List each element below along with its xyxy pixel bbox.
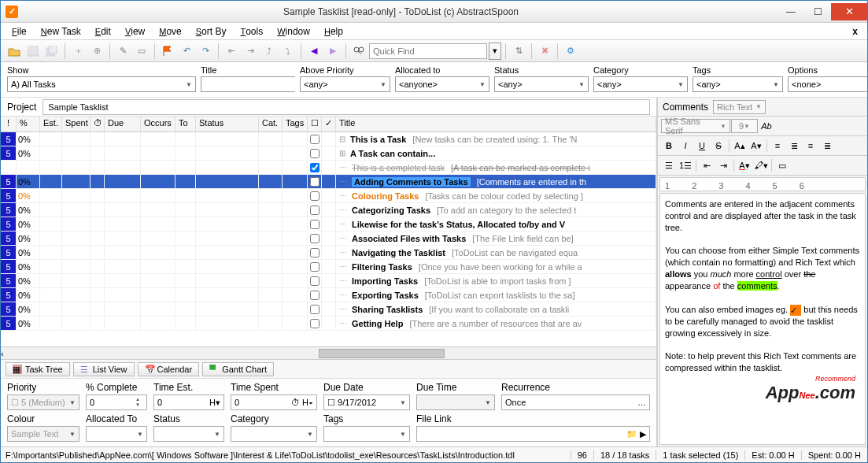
comments-format-select[interactable]: Rich Text▼ — [713, 100, 766, 114]
col-cat[interactable]: Cat. — [259, 117, 283, 131]
tab-tasktree[interactable]: ▦Task Tree — [6, 362, 70, 376]
menu-file[interactable]: File — [6, 24, 33, 39]
find-icon[interactable] — [350, 43, 368, 60]
table-row[interactable]: 5 0% ⋯Colouring Tasks[Tasks can be colou… — [1, 189, 656, 203]
outdent-icon[interactable]: ⇤ — [699, 157, 715, 173]
table-row[interactable]: 5 0% ⋯Importing Tasks[ToDoList is able t… — [1, 274, 656, 288]
col-spent[interactable]: Spent — [62, 117, 90, 131]
bold-icon[interactable]: B — [661, 138, 677, 154]
col-clock[interactable]: ⏱ — [90, 117, 105, 131]
strike-icon[interactable]: S — [711, 138, 726, 154]
indent-icon[interactable]: ⇥ — [715, 157, 731, 173]
timespent-input[interactable]: 0⏱ H▾ — [231, 394, 317, 410]
settings-icon[interactable]: ⚙ — [562, 43, 579, 60]
numbers-icon[interactable]: 1☰ — [678, 157, 693, 173]
colour-input[interactable]: Sample Text▼ — [7, 426, 79, 442]
col-status[interactable]: Status — [196, 117, 259, 131]
table-row[interactable]: 5 0% ⋯Likewise for the task's Status, Al… — [1, 217, 656, 232]
undo-icon[interactable]: ↶ — [178, 43, 195, 60]
fontcolor-icon[interactable]: A▾ — [737, 157, 752, 173]
close-tab-button[interactable]: x — [848, 24, 862, 39]
menu-view[interactable]: View — [119, 24, 151, 39]
col-check[interactable]: ☐ — [308, 117, 322, 131]
comment-body[interactable]: Comments are entered in the adjacent com… — [659, 193, 866, 445]
col-occurs[interactable]: Occurs — [141, 117, 175, 131]
edit-icon[interactable]: ✎ — [114, 43, 131, 60]
close-button[interactable]: ✕ — [831, 3, 867, 20]
menu-move[interactable]: Move — [153, 24, 188, 39]
grid-body[interactable]: 5 0% ⊟This is a Task[New tasks can be cr… — [1, 132, 656, 346]
h-scrollbar[interactable]: ‹ — [1, 346, 656, 359]
priority-filter-select[interactable]: <any>▼ — [300, 76, 390, 92]
col-priority[interactable]: ! — [1, 117, 17, 131]
menu-help[interactable]: Help — [318, 24, 349, 39]
table-row[interactable]: 5 0% ⋯Filtering Tasks[Once you have been… — [1, 260, 656, 274]
duedate-input[interactable]: ☐ 9/17/2012▼ — [323, 394, 410, 410]
tab-calendar[interactable]: 📅Calendar — [138, 362, 200, 376]
title-filter-input[interactable]: 🔖 — [201, 76, 295, 92]
col-due[interactable]: Due — [105, 117, 141, 131]
save-icon[interactable] — [24, 43, 42, 60]
indent-right-icon[interactable]: ⇥ — [242, 43, 259, 60]
case-icon[interactable]: Ab — [759, 118, 774, 134]
quickfind-input[interactable] — [369, 43, 487, 59]
prev-icon[interactable]: ◀ — [305, 43, 323, 60]
insert-icon[interactable]: ▭ — [774, 157, 790, 173]
table-row[interactable]: 5 0% ⋯Sharing Tasklists[If you want to c… — [1, 302, 656, 317]
align-left-icon[interactable]: ≡ — [770, 138, 785, 154]
quickfind-dropdown[interactable]: ▾ — [489, 43, 501, 60]
table-row[interactable]: 5 0% ⋯Getting Help[There are a number of… — [1, 317, 656, 331]
grow-icon[interactable]: A▴ — [732, 138, 748, 154]
open-icon[interactable] — [6, 43, 23, 60]
tags-filter-select[interactable]: <any>▼ — [693, 76, 783, 92]
col-tags[interactable]: Tags — [283, 117, 308, 131]
newsubtask-icon[interactable]: ⊕ — [88, 43, 105, 60]
maximize-button[interactable]: ☐ — [804, 3, 831, 20]
align-center-icon[interactable]: ≣ — [786, 138, 802, 154]
move-down-icon[interactable]: ⤵ — [279, 43, 297, 60]
recurrence-input[interactable]: Once… — [501, 394, 650, 410]
justify-icon[interactable]: ≣ — [819, 138, 835, 154]
menu-edit[interactable]: Edit — [89, 24, 117, 39]
table-row[interactable]: 5 0% ⋯Adding Comments to Tasks[Comments … — [1, 175, 656, 189]
align-right-icon[interactable]: ≡ — [803, 138, 818, 154]
shrink-icon[interactable]: A▾ — [748, 138, 764, 154]
delete-icon[interactable]: ✖ — [536, 43, 553, 60]
category-filter-select[interactable]: <any>▼ — [593, 76, 688, 92]
category-input[interactable]: ▼ — [231, 426, 317, 442]
newtask-icon[interactable]: ＋ — [69, 43, 87, 60]
show-select[interactable]: A) All Tasks▼ — [7, 76, 196, 92]
status-filter-select[interactable]: <any>▼ — [494, 76, 589, 92]
bullets-icon[interactable]: ☰ — [661, 157, 677, 173]
priority-input[interactable]: ☐ 5 (Medium)▼ — [7, 394, 79, 410]
fontsize-select[interactable]: 9 ▼ — [731, 119, 758, 133]
col-to[interactable]: To — [175, 117, 196, 131]
status-input[interactable]: ▼ — [153, 426, 224, 442]
table-row[interactable]: 5 0% ⋯Navigating the Tasklist[ToDoList c… — [1, 246, 656, 260]
complete-input[interactable]: 0▲▼ — [86, 394, 147, 410]
italic-icon[interactable]: I — [678, 138, 693, 154]
col-title[interactable]: Title — [336, 117, 656, 131]
menu-window[interactable]: Window — [271, 24, 316, 39]
table-row[interactable]: 5 0% ⋯Associated Files with Tasks[The Fi… — [1, 232, 656, 246]
table-row[interactable]: 5 0% ⋯Categorizing Tasks[To add an categ… — [1, 203, 656, 217]
saveall-icon[interactable] — [43, 43, 61, 60]
col-tick[interactable]: ✓ — [322, 117, 336, 131]
table-row[interactable]: 5 0% ⊞A Task can contain... — [1, 146, 656, 161]
col-est[interactable]: Est. — [40, 117, 62, 131]
tab-listview[interactable]: ☰List View — [73, 362, 135, 376]
redo-icon[interactable]: ↷ — [197, 43, 214, 60]
filelink-input[interactable]: 📁 ▶ — [416, 426, 650, 442]
menu-tools[interactable]: Tools — [234, 24, 269, 39]
col-percent[interactable]: % — [17, 117, 40, 131]
timeest-input[interactable]: 0H▾ — [153, 394, 224, 410]
table-row[interactable]: ⋯This is a completed task [A task can be… — [1, 161, 656, 175]
move-up-icon[interactable]: ⤴ — [260, 43, 278, 60]
minimize-button[interactable]: — — [778, 3, 804, 20]
underline-icon[interactable]: U — [694, 138, 710, 154]
ruler[interactable]: 123456 — [659, 177, 866, 191]
tags-input[interactable]: ▼ — [323, 426, 410, 442]
menu-sortby[interactable]: Sort By — [190, 24, 233, 39]
options-filter-select[interactable]: <none>▼ — [788, 76, 868, 92]
indent-left-icon[interactable]: ⇤ — [223, 43, 240, 60]
